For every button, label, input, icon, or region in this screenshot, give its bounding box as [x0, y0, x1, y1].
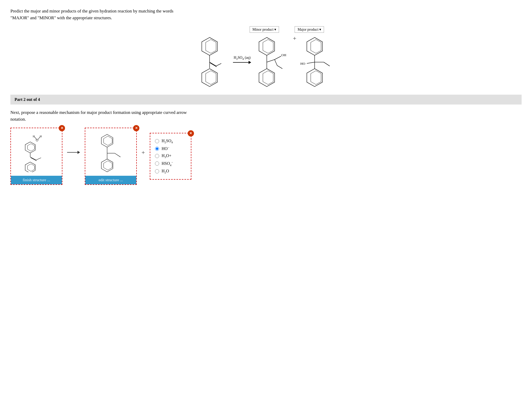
close-button-2[interactable]: ✕ [133, 125, 139, 131]
svg-marker-42 [25, 162, 35, 172]
structure-box-2: ✕ edit structure ... [85, 128, 137, 185]
minor-product-structure: OH [254, 35, 290, 87]
minor-product-dropdown[interactable]: Minor product ▾ [250, 26, 279, 33]
svg-marker-36 [25, 142, 35, 153]
mechanism-area: ✕ H H [10, 128, 522, 185]
svg-line-39 [30, 157, 36, 160]
svg-line-20 [277, 66, 282, 69]
major-product-dropdown[interactable]: Major product ▾ [295, 26, 324, 33]
svg-marker-11 [263, 40, 273, 53]
reagent-option-hso4-minus[interactable]: HSO4− [155, 161, 186, 167]
reagent-option-h2so4[interactable]: H2SO4 [155, 139, 186, 144]
svg-marker-22 [311, 40, 321, 53]
structure-2-inner [85, 128, 136, 176]
svg-line-41 [36, 158, 41, 160]
svg-text:H: H [33, 135, 35, 138]
svg-marker-51 [101, 159, 113, 172]
close-button-3[interactable]: ✕ [188, 130, 194, 136]
structure-box-1: ✕ H H [10, 128, 62, 185]
part-banner: Part 2 out of 4 [10, 95, 522, 105]
svg-line-3 [210, 62, 216, 66]
question-text-2: Next, propose a reasonable mechanism for… [10, 109, 522, 122]
reagent-option-ho-minus[interactable]: HO− [155, 146, 186, 151]
question-part1: Predict the major and minor products of … [10, 8, 522, 21]
svg-line-32 [34, 137, 36, 139]
reagent-label: H2SO4 (aq) [233, 56, 251, 64]
svg-marker-30 [311, 71, 321, 84]
reaction-area: H2SO4 (aq) OH + [10, 35, 522, 87]
svg-line-5 [216, 63, 221, 66]
svg-text:OH: OH [281, 53, 286, 57]
mechanism-arrow [67, 151, 80, 154]
edit-structure-button[interactable]: edit structure ... [85, 176, 136, 184]
reagent-label-h2so4: H2SO4 [162, 139, 173, 144]
svg-line-24 [307, 62, 315, 63]
plus-sign-2: + [141, 149, 145, 156]
svg-line-4 [210, 63, 217, 67]
svg-point-33 [36, 139, 38, 141]
svg-line-40 [31, 158, 36, 161]
svg-line-27 [324, 62, 330, 66]
finish-structure-button[interactable]: finish structure ... [11, 176, 62, 184]
svg-marker-43 [27, 164, 34, 171]
reagent-label-hso4-minus: HSO4− [162, 161, 173, 167]
svg-marker-7 [206, 71, 216, 84]
structure-1-inner: H H [11, 128, 62, 176]
reagent-option-h3o-plus[interactable]: H3O+ [155, 153, 186, 159]
svg-marker-46 [103, 136, 112, 145]
svg-marker-52 [103, 161, 112, 170]
plus-sign: + [293, 35, 296, 42]
svg-marker-37 [27, 144, 34, 151]
svg-text:HO: HO [300, 62, 305, 66]
svg-line-13 [267, 60, 275, 62]
reagent-label-h3o-plus: H3O+ [162, 153, 172, 159]
close-button-1[interactable]: ✕ [59, 125, 65, 131]
svg-marker-45 [101, 134, 113, 147]
svg-marker-19 [263, 71, 273, 84]
reactant-structure [197, 35, 230, 87]
svg-line-49 [115, 153, 120, 157]
question-text-1: Predict the major and minor products of … [10, 8, 522, 21]
reagent-label-ho-minus: HO− [162, 146, 169, 151]
svg-text:H: H [40, 135, 42, 138]
svg-marker-1 [206, 40, 216, 53]
svg-line-17 [275, 60, 277, 66]
svg-line-14 [275, 56, 281, 60]
question-part2: Next, propose a reasonable mechanism for… [10, 109, 522, 122]
reagent-label-h2o: H2O [162, 169, 169, 174]
reagent-option-h2o[interactable]: H2O [155, 169, 186, 174]
reagent-selection-box: ✕ H2SO4 HO− H3O+ HSO4− H2O [150, 133, 191, 179]
major-product-structure: HO [299, 35, 335, 87]
